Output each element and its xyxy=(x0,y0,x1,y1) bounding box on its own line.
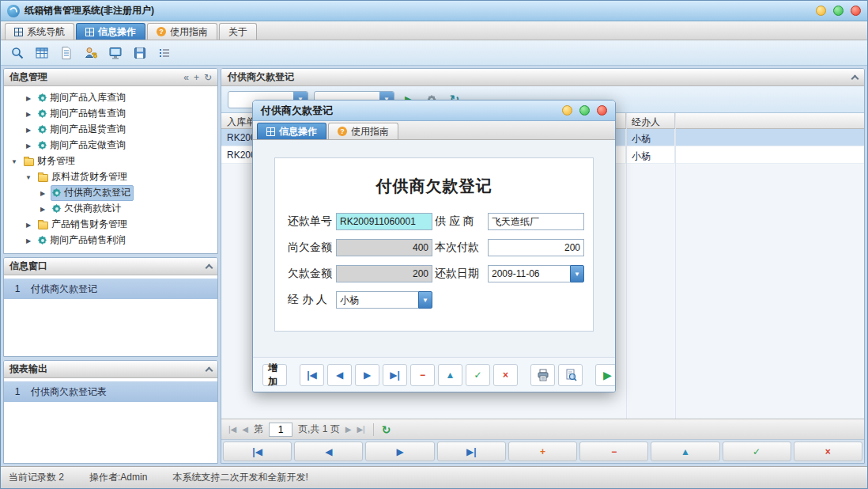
list-item[interactable]: 1 付供商欠款登记表 xyxy=(4,381,217,402)
prev-record-button[interactable]: ◀ xyxy=(294,442,363,461)
tree-item-selected[interactable]: ▶ 付供商欠款登记 xyxy=(4,185,217,201)
play-icon: ▶ xyxy=(603,369,612,381)
print-preview-button[interactable] xyxy=(558,364,583,386)
titlebar: 纸箱销售管理系统(非注册用户) xyxy=(1,1,867,21)
edit-button[interactable]: ▲ xyxy=(438,364,462,386)
maximize-button[interactable] xyxy=(833,6,843,16)
refresh-button[interactable]: ↻ xyxy=(382,423,391,436)
print-preview-icon xyxy=(564,369,577,381)
chevron-right-icon[interactable]: ▶ xyxy=(25,237,32,244)
prev-record-button[interactable]: ◀ xyxy=(327,364,352,386)
field-label: 经 办 人 xyxy=(288,293,334,307)
tree-item[interactable]: ▶ 期间产品入库查询 xyxy=(4,90,217,106)
tree-item[interactable]: ▼ 财务管理 xyxy=(4,154,217,169)
dialog-tab-info-ops[interactable]: 信息操作 xyxy=(257,123,326,139)
tab-about[interactable]: 关于 xyxy=(219,23,257,40)
add-record-button[interactable]: + xyxy=(508,442,577,461)
monitor-button[interactable] xyxy=(105,43,126,63)
close-button[interactable] xyxy=(597,105,607,116)
chevron-down-icon[interactable]: ▼ xyxy=(10,158,18,165)
tree-item[interactable]: ▶ 期间产品定做查询 xyxy=(4,138,217,154)
chevron-right-icon[interactable]: ▶ xyxy=(39,190,47,197)
add-icon[interactable]: + xyxy=(194,73,199,82)
user-key-button[interactable] xyxy=(81,43,101,63)
chevron-right-icon[interactable]: ▶ xyxy=(25,222,32,229)
collapse-up-icon[interactable] xyxy=(206,366,213,374)
repayment-date-combo[interactable]: ▼ xyxy=(488,265,584,282)
chevron-down-icon[interactable]: ▼ xyxy=(570,265,584,282)
handler-field[interactable] xyxy=(336,291,418,309)
minimize-button[interactable] xyxy=(562,105,572,116)
first-page-button[interactable]: |◀ xyxy=(228,425,236,434)
cancel-button[interactable]: × xyxy=(493,364,518,386)
table-button[interactable] xyxy=(32,43,52,63)
first-record-button[interactable]: |◀ xyxy=(223,442,292,461)
dialog-toolbar: 增加 |◀ ◀ ▶ ▶| − ▲ ✓ × ▶ xyxy=(253,357,615,392)
search-button[interactable] xyxy=(7,43,28,63)
chevron-right-icon[interactable]: ▶ xyxy=(39,206,47,213)
page-input[interactable] xyxy=(269,423,292,437)
next-record-button[interactable]: ▶ xyxy=(365,442,434,461)
handler-combo[interactable]: ▼ xyxy=(336,291,432,309)
last-record-button[interactable]: ▶| xyxy=(383,364,407,386)
confirm-button[interactable]: ✓ xyxy=(466,364,490,386)
collapse-up-icon[interactable] xyxy=(206,263,213,271)
list-button[interactable] xyxy=(154,43,175,63)
run-button[interactable]: ▶ xyxy=(595,364,616,386)
repayment-no-field[interactable] xyxy=(336,213,432,230)
collapse-left-icon[interactable]: « xyxy=(183,73,189,82)
tab-label: 使用指南 xyxy=(170,25,208,39)
chevron-right-icon[interactable]: ▶ xyxy=(25,111,32,118)
cancel-button[interactable]: × xyxy=(794,442,862,461)
dialog-titlebar[interactable]: 付供商欠款登记 xyxy=(253,100,615,121)
next-icon: ▶ xyxy=(364,370,371,381)
save-icon xyxy=(133,46,147,60)
delete-button[interactable]: − xyxy=(410,364,435,386)
confirm-button[interactable]: ✓ xyxy=(723,442,791,461)
refresh-icon[interactable]: ↻ xyxy=(204,73,212,82)
chevron-right-icon[interactable]: ▶ xyxy=(25,142,32,150)
delete-record-button[interactable]: − xyxy=(579,442,648,461)
minimize-button[interactable] xyxy=(816,6,826,16)
last-record-button[interactable]: ▶| xyxy=(437,442,506,461)
first-record-button[interactable]: |◀ xyxy=(300,364,324,386)
tab-info-ops[interactable]: 信息操作 xyxy=(76,23,145,40)
tree-item[interactable]: ▶ 产品销售财务管理 xyxy=(4,217,217,233)
print-button[interactable] xyxy=(530,364,555,386)
tree-item[interactable]: ▼ 原料进货财务管理 xyxy=(4,169,217,185)
save-button[interactable] xyxy=(130,43,150,63)
chevron-right-icon[interactable]: ▶ xyxy=(25,95,32,102)
gear-icon xyxy=(52,188,61,197)
tree-item[interactable]: ▶ 期间产品销售查询 xyxy=(4,106,217,122)
chevron-down-icon[interactable]: ▼ xyxy=(418,291,432,309)
next-record-button[interactable]: ▶ xyxy=(355,364,379,386)
collapse-up-icon[interactable] xyxy=(851,74,859,82)
panel-title: 信息窗口 xyxy=(9,260,47,273)
chevron-down-icon[interactable]: ▼ xyxy=(25,174,32,181)
maximize-button[interactable] xyxy=(579,105,590,116)
next-page-button[interactable]: ▶ xyxy=(345,425,352,434)
status-bar: 当前记录数 2 操作者:Admin 本系统支持二次开发和全新开发! xyxy=(1,466,867,488)
payment-amount-field[interactable] xyxy=(488,239,584,256)
column-header[interactable]: 经办人 xyxy=(626,113,675,128)
list-item[interactable]: 1 付供商欠款登记 xyxy=(4,279,217,299)
add-button[interactable]: 增加 xyxy=(262,364,287,386)
tree-item[interactable]: ▶ 期间产品退货查询 xyxy=(4,122,217,138)
item-number: 1 xyxy=(4,386,31,397)
tab-system-nav[interactable]: 系统导航 xyxy=(5,23,74,40)
tree-item[interactable]: ▶ 期间产品销售利润 xyxy=(4,233,217,248)
tree-item[interactable]: ▶ 欠供商款统计 xyxy=(4,201,217,217)
repayment-date-field[interactable] xyxy=(488,265,570,282)
prev-page-button[interactable]: ◀ xyxy=(242,425,248,434)
tab-user-guide[interactable]: ? 使用指南 xyxy=(147,23,217,40)
chevron-right-icon[interactable]: ▶ xyxy=(25,127,32,134)
supplier-field[interactable] xyxy=(488,213,584,230)
edit-record-button[interactable]: ▲ xyxy=(651,442,719,461)
close-button[interactable] xyxy=(851,6,861,16)
first-icon: |◀ xyxy=(307,370,317,381)
folder-icon xyxy=(38,222,48,229)
document-button[interactable] xyxy=(56,43,77,63)
tree-item-label: 期间产品销售查询 xyxy=(50,107,126,120)
dialog-tab-user-guide[interactable]: ? 使用指南 xyxy=(328,123,398,139)
last-page-button[interactable]: ▶| xyxy=(357,425,364,434)
